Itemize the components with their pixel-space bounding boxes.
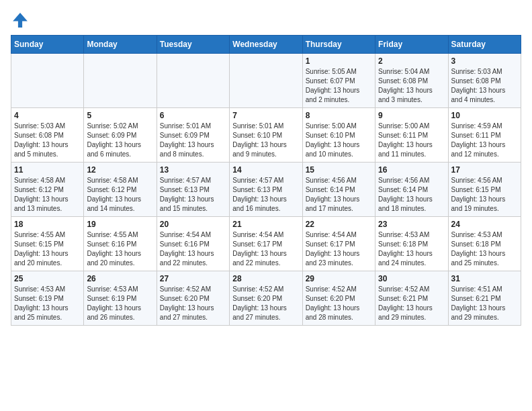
day-info: Sunrise: 5:04 AM Sunset: 6:08 PM Dayligh… [378,67,445,105]
calendar-cell: 29Sunrise: 4:52 AM Sunset: 6:20 PM Dayli… [302,271,375,326]
day-info: Sunrise: 4:59 AM Sunset: 6:11 PM Dayligh… [451,122,518,159]
day-info: Sunrise: 5:00 AM Sunset: 6:11 PM Dayligh… [378,122,445,159]
day-info: Sunrise: 4:57 AM Sunset: 6:13 PM Dayligh… [160,176,226,214]
day-number: 5 [87,111,153,120]
svg-marker-1 [13,13,28,28]
dow-header-sunday: Sunday [11,36,84,54]
day-number: 27 [160,274,226,283]
day-number: 14 [232,165,299,175]
calendar-cell: 23Sunrise: 4:53 AM Sunset: 6:18 PM Dayli… [375,217,448,271]
day-info: Sunrise: 4:53 AM Sunset: 6:18 PM Dayligh… [451,230,518,268]
week-row-5: 25Sunrise: 4:53 AM Sunset: 6:19 PM Dayli… [11,271,521,326]
dow-header-monday: Monday [84,36,157,54]
day-info: Sunrise: 5:03 AM Sunset: 6:08 PM Dayligh… [451,67,518,105]
day-number: 1 [306,56,372,66]
day-number: 9 [378,111,445,120]
calendar-cell: 11Sunrise: 4:58 AM Sunset: 6:12 PM Dayli… [11,163,84,217]
day-info: Sunrise: 4:55 AM Sunset: 6:15 PM Dayligh… [14,230,81,268]
logo [11,11,31,30]
days-of-week-header: SundayMondayTuesdayWednesdayThursdayFrid… [11,36,521,54]
day-number: 12 [87,165,153,175]
day-number: 31 [451,274,518,283]
calendar-cell: 24Sunrise: 4:53 AM Sunset: 6:18 PM Dayli… [448,217,521,271]
calendar-cell: 30Sunrise: 4:52 AM Sunset: 6:21 PM Dayli… [375,271,448,326]
calendar-cell: 2Sunrise: 5:04 AM Sunset: 6:08 PM Daylig… [375,54,448,108]
day-info: Sunrise: 4:52 AM Sunset: 6:21 PM Dayligh… [378,285,445,322]
day-number: 15 [306,165,372,175]
day-info: Sunrise: 4:57 AM Sunset: 6:13 PM Dayligh… [232,176,299,214]
day-number: 3 [451,56,518,66]
day-info: Sunrise: 4:56 AM Sunset: 6:15 PM Dayligh… [451,176,518,214]
day-number: 7 [232,111,299,120]
day-number: 26 [87,274,153,283]
calendar-cell: 13Sunrise: 4:57 AM Sunset: 6:13 PM Dayli… [157,163,229,217]
week-row-1: 1Sunrise: 5:05 AM Sunset: 6:07 PM Daylig… [11,54,521,108]
calendar-cell: 9Sunrise: 5:00 AM Sunset: 6:11 PM Daylig… [375,108,448,163]
day-info: Sunrise: 5:03 AM Sunset: 6:08 PM Dayligh… [14,122,81,159]
day-info: Sunrise: 4:52 AM Sunset: 6:20 PM Dayligh… [232,285,299,322]
day-number: 22 [306,220,372,229]
calendar-cell: 1Sunrise: 5:05 AM Sunset: 6:07 PM Daylig… [302,54,375,108]
day-number: 23 [378,220,445,229]
day-number: 30 [378,274,445,283]
calendar-cell: 20Sunrise: 4:54 AM Sunset: 6:16 PM Dayli… [157,217,229,271]
day-info: Sunrise: 4:56 AM Sunset: 6:14 PM Dayligh… [306,176,372,214]
day-number: 8 [306,111,372,120]
calendar-cell: 10Sunrise: 4:59 AM Sunset: 6:11 PM Dayli… [448,108,521,163]
day-number: 10 [451,111,518,120]
calendar-cell [84,54,157,108]
calendar-cell: 4Sunrise: 5:03 AM Sunset: 6:08 PM Daylig… [11,108,84,163]
calendar-cell: 22Sunrise: 4:54 AM Sunset: 6:17 PM Dayli… [302,217,375,271]
day-info: Sunrise: 4:53 AM Sunset: 6:19 PM Dayligh… [87,285,153,322]
day-number: 19 [87,220,153,229]
day-info: Sunrise: 5:01 AM Sunset: 6:10 PM Dayligh… [232,122,299,159]
calendar-cell [230,54,302,108]
day-info: Sunrise: 5:01 AM Sunset: 6:09 PM Dayligh… [160,122,226,159]
dow-header-tuesday: Tuesday [157,36,229,54]
calendar-cell [157,54,229,108]
day-number: 4 [14,111,81,120]
day-number: 6 [160,111,226,120]
calendar-cell: 28Sunrise: 4:52 AM Sunset: 6:20 PM Dayli… [230,271,302,326]
calendar-cell: 18Sunrise: 4:55 AM Sunset: 6:15 PM Dayli… [11,217,84,271]
calendar-cell: 17Sunrise: 4:56 AM Sunset: 6:15 PM Dayli… [448,163,521,217]
day-info: Sunrise: 4:58 AM Sunset: 6:12 PM Dayligh… [87,176,153,214]
dow-header-wednesday: Wednesday [230,36,302,54]
dow-header-thursday: Thursday [302,36,375,54]
day-number: 16 [378,165,445,175]
calendar-cell: 19Sunrise: 4:55 AM Sunset: 6:16 PM Dayli… [84,217,157,271]
day-number: 17 [451,165,518,175]
calendar-cell: 25Sunrise: 4:53 AM Sunset: 6:19 PM Dayli… [11,271,84,326]
calendar-cell: 26Sunrise: 4:53 AM Sunset: 6:19 PM Dayli… [84,271,157,326]
day-info: Sunrise: 4:54 AM Sunset: 6:17 PM Dayligh… [306,230,372,268]
day-info: Sunrise: 4:58 AM Sunset: 6:12 PM Dayligh… [14,176,81,214]
day-number: 21 [232,220,299,229]
dow-header-friday: Friday [375,36,448,54]
calendar-cell: 31Sunrise: 4:51 AM Sunset: 6:21 PM Dayli… [448,271,521,326]
day-info: Sunrise: 4:54 AM Sunset: 6:16 PM Dayligh… [160,230,226,268]
day-info: Sunrise: 4:52 AM Sunset: 6:20 PM Dayligh… [160,285,226,322]
day-number: 13 [160,165,226,175]
dow-header-saturday: Saturday [448,36,521,54]
calendar-cell: 27Sunrise: 4:52 AM Sunset: 6:20 PM Dayli… [157,271,229,326]
day-info: Sunrise: 4:56 AM Sunset: 6:14 PM Dayligh… [378,176,445,214]
day-info: Sunrise: 5:02 AM Sunset: 6:09 PM Dayligh… [87,122,153,159]
page-header [11,11,521,30]
day-info: Sunrise: 4:51 AM Sunset: 6:21 PM Dayligh… [451,285,518,322]
day-number: 28 [232,274,299,283]
day-number: 20 [160,220,226,229]
calendar-body: 1Sunrise: 5:05 AM Sunset: 6:07 PM Daylig… [11,54,521,326]
week-row-4: 18Sunrise: 4:55 AM Sunset: 6:15 PM Dayli… [11,217,521,271]
calendar-cell [11,54,84,108]
day-info: Sunrise: 4:52 AM Sunset: 6:20 PM Dayligh… [306,285,372,322]
calendar-cell: 7Sunrise: 5:01 AM Sunset: 6:10 PM Daylig… [230,108,302,163]
day-info: Sunrise: 5:05 AM Sunset: 6:07 PM Dayligh… [306,67,372,105]
week-row-2: 4Sunrise: 5:03 AM Sunset: 6:08 PM Daylig… [11,108,521,163]
calendar-cell: 8Sunrise: 5:00 AM Sunset: 6:10 PM Daylig… [302,108,375,163]
calendar-cell: 15Sunrise: 4:56 AM Sunset: 6:14 PM Dayli… [302,163,375,217]
day-number: 18 [14,220,81,229]
day-info: Sunrise: 4:55 AM Sunset: 6:16 PM Dayligh… [87,230,153,268]
day-number: 29 [306,274,372,283]
day-info: Sunrise: 4:53 AM Sunset: 6:18 PM Dayligh… [378,230,445,268]
calendar-cell: 21Sunrise: 4:54 AM Sunset: 6:17 PM Dayli… [230,217,302,271]
